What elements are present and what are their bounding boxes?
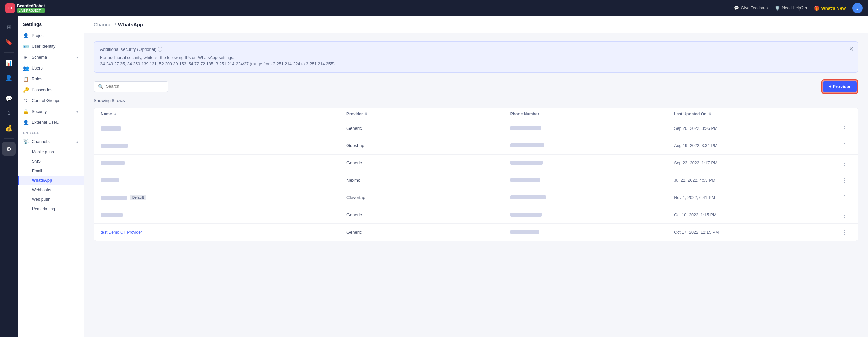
info-icon[interactable]: ⓘ — [158, 47, 162, 52]
cell-actions-4: ⋮ — [838, 176, 851, 185]
cell-actions-2: ⋮ — [838, 141, 851, 150]
sidebar-item-schema[interactable]: ⊞ Schema ▾ — [18, 52, 84, 63]
nav-right: 💬 Give Feedback 🛡️ Need Help? ▾ 🎁 What's… — [734, 3, 863, 13]
chevron-down-icon: ▾ — [805, 6, 807, 11]
sidebar-item-external-user[interactable]: 👤 External User... — [18, 117, 84, 128]
sidebar-sub-sms[interactable]: SMS — [18, 157, 84, 166]
sidebar-item-users[interactable]: 👤 — [2, 71, 16, 84]
need-help-link[interactable]: 🛡️ Need Help? ▾ — [775, 6, 807, 11]
chevron-security-icon: ▾ — [76, 110, 78, 114]
cell-date-4: Jul 22, 2022, 4:53 PM — [674, 178, 838, 183]
col-header-phone: Phone Number — [510, 112, 674, 116]
sidebar-item-flows[interactable]: ⤵ — [2, 106, 16, 120]
sidebar-item-bookmarks[interactable]: 🔖 — [2, 35, 16, 49]
row-actions-button-3[interactable]: ⋮ — [839, 159, 850, 167]
cell-actions-3: ⋮ — [838, 159, 851, 167]
providers-table: Name ▲ Provider ⇅ Phone Number Last Upda… — [94, 108, 858, 241]
row-actions-button-5[interactable]: ⋮ — [839, 193, 850, 202]
blurred-phone-4 — [510, 178, 540, 182]
table-header: Name ▲ Provider ⇅ Phone Number Last Upda… — [94, 108, 858, 120]
sidebar-item-security[interactable]: 🔒 Security ▾ — [18, 106, 84, 117]
col-header-name[interactable]: Name ▲ — [101, 112, 346, 116]
sidebar-item-revenue[interactable]: 💰 — [2, 121, 16, 135]
main-content: Additional security (Optional) ⓘ For add… — [84, 33, 868, 337]
row-actions-button-1[interactable]: ⋮ — [839, 124, 850, 133]
col-header-provider[interactable]: Provider ⇅ — [346, 112, 510, 116]
sidebar-item-users[interactable]: 👥 Users — [18, 63, 84, 74]
sidebar-item-settings[interactable]: ⚙ — [2, 142, 16, 156]
channels-icon: 📡 — [23, 139, 29, 144]
search-box[interactable]: 🔍 — [94, 81, 168, 92]
chevron-channels-icon: ▴ — [76, 140, 78, 144]
cell-date-1: Sep 20, 2022, 3:26 PM — [674, 126, 838, 131]
row-actions-button-2[interactable]: ⋮ — [839, 141, 850, 150]
search-input[interactable] — [106, 84, 164, 89]
help-icon: 🛡️ — [775, 6, 780, 11]
nav-left: CT BeardedRobot LIVE PROJECT — [5, 3, 45, 13]
give-feedback-link[interactable]: 💬 Give Feedback — [734, 6, 768, 11]
row-actions-button-6[interactable]: ⋮ — [839, 211, 850, 219]
cell-provider-1: Generic — [346, 126, 510, 131]
icon-bar-divider-3 — [4, 138, 14, 139]
avatar[interactable]: J — [852, 3, 863, 13]
passcodes-icon: 🔑 — [23, 87, 29, 93]
icon-bar-divider — [4, 52, 14, 53]
chevron-schema-icon: ▾ — [76, 55, 78, 60]
sidebar-sub-remarketing[interactable]: Remarketing — [18, 204, 84, 214]
alert-title: Additional security (Optional) ⓘ — [100, 46, 852, 53]
breadcrumb-channel[interactable]: Channel — [94, 22, 113, 27]
breadcrumb-current: WhatsApp — [118, 22, 143, 27]
partial-name-link[interactable]: test Demo CT Provider — [101, 230, 142, 235]
alert-banner: Additional security (Optional) ⓘ For add… — [94, 41, 858, 73]
row-actions-button-4[interactable]: ⋮ — [839, 176, 850, 185]
cell-actions-5: ⋮ — [838, 193, 851, 202]
icon-bar: ⊞ 🔖 📊 👤 💬 ⤵ 💰 ⚙ — [0, 16, 18, 337]
add-provider-button-wrapper: + Provider — [821, 79, 858, 94]
sidebar-sub-webhooks[interactable]: Webhooks — [18, 185, 84, 195]
sidebar-item-user-identity[interactable]: 🪪 User Identity — [18, 41, 84, 52]
cell-name-3 — [101, 161, 346, 165]
sidebar-sub-email[interactable]: Email — [18, 166, 84, 176]
sidebar-sub-mobile-push[interactable]: Mobile push — [18, 147, 84, 157]
sidebar-item-engage[interactable]: 💬 — [2, 92, 16, 105]
cell-name-5: Default — [101, 195, 346, 200]
rows-label: Showing 8 rows — [94, 98, 858, 103]
sidebar-item-channels[interactable]: 📡 Channels ▴ — [18, 136, 84, 147]
top-nav: CT BeardedRobot LIVE PROJECT 💬 Give Feed… — [0, 0, 868, 16]
col-header-actions — [838, 112, 851, 116]
blurred-name-5 — [101, 196, 127, 200]
cell-date-6: Oct 10, 2022, 1:15 PM — [674, 213, 838, 217]
sidebar-item-dashboard[interactable]: ⊞ — [2, 20, 16, 34]
blurred-name-6 — [101, 213, 123, 217]
table-row: test Demo CT Provider Generic Oct 17, 20… — [94, 224, 858, 241]
logo-icon: CT — [5, 3, 15, 13]
blurred-name-3 — [101, 161, 125, 165]
sidebar-sub-web-push[interactable]: Web push — [18, 195, 84, 204]
sidebar-item-project[interactable]: 👤 Project — [18, 30, 84, 41]
main-layout: ⊞ 🔖 📊 👤 💬 ⤵ 💰 ⚙ Settings 👤 Project 🪪 Use… — [0, 16, 868, 337]
cell-phone-5 — [510, 195, 674, 200]
security-icon: 🔒 — [23, 109, 29, 114]
cell-phone-6 — [510, 213, 674, 217]
engage-section-label: ENGAGE — [18, 128, 84, 136]
row-actions-button-7[interactable]: ⋮ — [839, 228, 850, 237]
blurred-phone-7 — [510, 230, 539, 234]
cell-actions-7: ⋮ — [838, 228, 851, 237]
sidebar-item-control-groups[interactable]: 🛡 Control Groups — [18, 95, 84, 106]
sidebar-sub-whatsapp[interactable]: WhatsApp — [18, 176, 84, 185]
cell-actions-6: ⋮ — [838, 211, 851, 219]
add-provider-button[interactable]: + Provider — [823, 81, 857, 92]
content-area: Channel / WhatsApp Additional security (… — [84, 16, 868, 337]
cell-phone-4 — [510, 178, 674, 183]
sidebar-item-analytics[interactable]: 📊 — [2, 56, 16, 70]
cell-provider-2: Gupshup — [346, 143, 510, 148]
alert-close-button[interactable]: ✕ — [849, 46, 853, 52]
cell-date-2: Aug 19, 2022, 3:31 PM — [674, 143, 838, 148]
blurred-phone-6 — [510, 213, 542, 217]
sidebar-item-passcodes[interactable]: 🔑 Passcodes — [18, 84, 84, 95]
logo[interactable]: CT BeardedRobot LIVE PROJECT — [5, 3, 45, 13]
col-header-date[interactable]: Last Updated On ⇅ — [674, 112, 838, 116]
gift-icon: 🎁 — [814, 6, 819, 11]
sidebar-item-roles[interactable]: 📋 Roles — [18, 74, 84, 84]
whats-new-link[interactable]: 🎁 What's New — [814, 6, 846, 11]
